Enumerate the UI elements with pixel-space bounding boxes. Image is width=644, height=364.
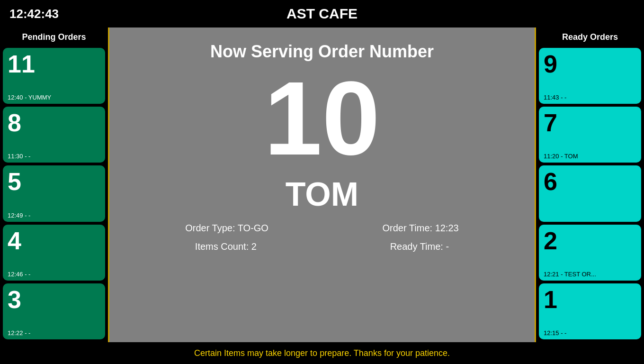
ready-order-number-4: 1 — [544, 287, 636, 312]
pending-order-meta-4: 12:22 - - — [8, 329, 100, 337]
footer-message: Certain Items may take longer to prepare… — [194, 348, 450, 358]
ready-order-meta-3: 12:21 - TEST OR... — [544, 271, 636, 278]
ready-order-meta-0: 11:43 - - — [544, 94, 636, 101]
pending-order-number-2: 5 — [8, 169, 100, 194]
ready-orders-panel: Ready Orders 9 11:43 - - 7 11:20 - TOM 6… — [536, 27, 644, 342]
order-type: Order Type: TO-GO — [185, 223, 268, 234]
pending-order-meta-2: 12:49 - - — [8, 212, 100, 219]
order-time-value: 12:23 — [435, 223, 459, 233]
pending-order-number-4: 3 — [8, 287, 100, 312]
pending-order-number-3: 4 — [8, 228, 100, 253]
order-time: Order Time: 12:23 — [382, 223, 458, 234]
current-order-number: 10 — [264, 66, 380, 171]
ready-order-number-2: 6 — [544, 169, 636, 194]
current-customer-name: TOM — [286, 175, 358, 213]
pending-order-meta-1: 11:30 - - — [8, 153, 100, 160]
order-time-label: Order Time: — [382, 223, 432, 233]
ready-order-number-3: 2 — [544, 228, 636, 253]
pending-order-number-0: 11 — [8, 52, 100, 76]
ready-orders-title: Ready Orders — [539, 30, 641, 45]
ready-order-meta-4: 12:15 - - — [544, 329, 636, 337]
footer: Certain Items may take longer to prepare… — [0, 342, 644, 364]
pending-order-meta-3: 12:46 - - — [8, 271, 100, 278]
ready-time-label: Ready Time: — [390, 241, 443, 252]
pending-order-number-1: 8 — [8, 110, 100, 135]
header-time: 12:42:43 — [9, 7, 104, 21]
ready-order-meta-1: 11:20 - TOM — [544, 153, 636, 160]
pending-order-card-3: 4 12:46 - - — [3, 225, 105, 281]
header-title: AST CAFE — [104, 6, 540, 22]
order-type-label: Order Type: — [185, 223, 235, 233]
ready-order-card-1: 7 11:20 - TOM — [539, 107, 641, 163]
pending-order-card-2: 5 12:49 - - — [3, 165, 105, 221]
ready-order-card-4: 1 12:15 - - — [539, 283, 641, 339]
order-extra-details: Items Count: 2 Ready Time: - — [109, 241, 535, 252]
ready-time-value: - — [446, 241, 449, 252]
pending-order-card-4: 3 12:22 - - — [3, 283, 105, 339]
ready-time: Ready Time: - — [390, 241, 449, 252]
ready-order-number-1: 7 — [544, 110, 636, 135]
ready-order-number-0: 9 — [544, 52, 636, 76]
now-serving-title: Now Serving Order Number — [210, 42, 434, 62]
order-type-value: TO-GO — [238, 223, 268, 233]
pending-orders-panel: Pending Orders 11 12:40 - YUMMY 8 11:30 … — [0, 27, 108, 342]
items-count-value: 2 — [251, 241, 257, 252]
header: 12:42:43 AST CAFE — [0, 0, 644, 27]
ready-order-card-2: 6 — [539, 165, 641, 221]
pending-order-meta-0: 12:40 - YUMMY — [8, 94, 100, 101]
ready-order-card-0: 9 11:43 - - — [539, 48, 641, 104]
center-panel: Now Serving Order Number 10 TOM Order Ty… — [108, 27, 536, 342]
items-count: Items Count: 2 — [195, 241, 257, 252]
ready-order-card-3: 2 12:21 - TEST OR... — [539, 225, 641, 281]
pending-order-card-0: 11 12:40 - YUMMY — [3, 48, 105, 104]
pending-order-card-1: 8 11:30 - - — [3, 107, 105, 163]
order-details: Order Type: TO-GO Order Time: 12:23 — [109, 223, 535, 234]
pending-orders-title: Pending Orders — [3, 30, 105, 45]
main-content: Pending Orders 11 12:40 - YUMMY 8 11:30 … — [0, 27, 644, 342]
items-count-label: Items Count: — [195, 241, 249, 252]
